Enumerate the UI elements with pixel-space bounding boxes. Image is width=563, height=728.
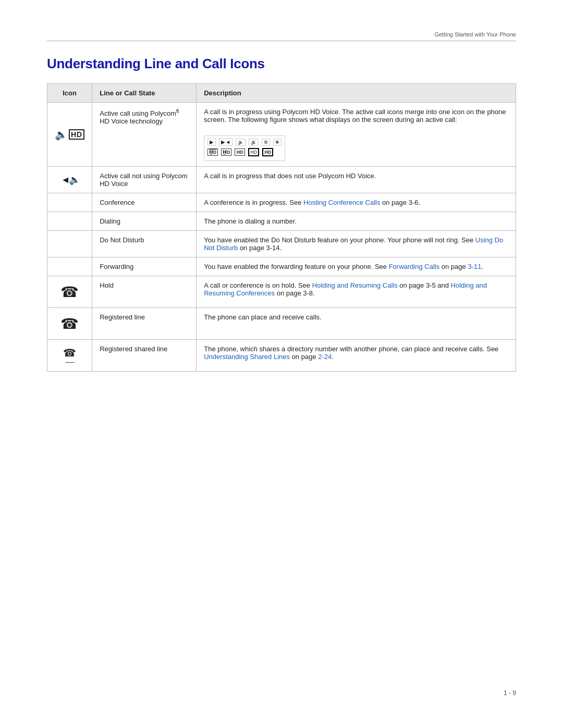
desc-cell-shared: The phone, which shares a directory numb…	[197, 340, 516, 372]
header-breadcrumb: Getting Started with Your Phone	[47, 31, 516, 41]
icon-cell-forwarding	[47, 257, 92, 276]
desc-cell-forwarding: You have enabled the forwarding feature …	[197, 257, 516, 276]
desc-cell-no-hd: A call is in progress that does not use …	[197, 167, 516, 193]
table-row: ◄🔈 Active call not using Polycom HD Voic…	[47, 167, 516, 193]
table-row: Do Not Disturb You have enabled the Do N…	[47, 231, 516, 257]
state-cell-hold: Hold	[92, 276, 197, 308]
link-dnd[interactable]: Using Do Not Disturb	[204, 236, 503, 252]
state-cell-dnd: Do Not Disturb	[92, 231, 197, 257]
table-row: ☎ Hold A call or conference is on hold. …	[47, 276, 516, 308]
state-cell-registered: Registered line	[92, 308, 197, 340]
hd-active-icon: 🔈 HD	[55, 128, 84, 141]
icon-cell-conference	[47, 193, 92, 212]
table-row: Forwarding You have enabled the forwardi…	[47, 257, 516, 276]
link-holding-resuming-calls[interactable]: Holding and Resuming Calls	[312, 281, 398, 289]
table-row: Conference A conference is in progress. …	[47, 193, 516, 212]
col-header-desc: Description	[197, 84, 516, 103]
icon-cell-hd-active: 🔈 HD	[47, 103, 92, 167]
page: Getting Started with Your Phone Understa…	[0, 0, 563, 728]
state-cell-no-hd: Active call not using Polycom HD Voice	[92, 167, 197, 193]
registered-icon: ☎	[55, 313, 84, 334]
page-number: 1 - 9	[504, 689, 516, 697]
desc-cell-hd-active: A call is in progress using Polycom HD V…	[197, 103, 516, 167]
page-title: Understanding Line and Call Icons	[47, 56, 516, 72]
state-cell-forwarding: Forwarding	[92, 257, 197, 276]
desc-cell-hold: A call or conference is on hold. See Hol…	[197, 276, 516, 308]
table-row: 🔈 HD Active call using Polycomfi HD Voic…	[47, 103, 516, 167]
icon-cell-dnd	[47, 231, 92, 257]
icon-cell-no-hd: ◄🔈	[47, 167, 92, 193]
table-row: Dialing The phone is dialing a number.	[47, 212, 516, 231]
desc-cell-conference: A conference is in progress. See Hosting…	[197, 193, 516, 212]
state-cell-dialing: Dialing	[92, 212, 197, 231]
state-cell-shared: Registered shared line	[92, 340, 197, 372]
icon-cell-shared: ☎ ——	[47, 340, 92, 372]
col-header-icon: Icon	[47, 84, 92, 103]
table-row: ☎ —— Registered shared line The phone, w…	[47, 340, 516, 372]
icon-cell-dialing	[47, 212, 92, 231]
no-hd-icon: ◄🔈	[55, 174, 84, 186]
desc-cell-dialing: The phone is dialing a number.	[197, 212, 516, 231]
hold-icon: ☎	[55, 281, 84, 302]
shared-icon: ☎ ——	[55, 345, 84, 366]
state-cell-hd-active: Active call using Polycomfi HD Voice tec…	[92, 103, 197, 167]
desc-cell-dnd: You have enabled the Do Not Disturb feat…	[197, 231, 516, 257]
state-cell-conference: Conference	[92, 193, 197, 212]
link-hosting-conference[interactable]: Hosting Conference Calls	[303, 199, 380, 206]
link-shared-page[interactable]: 2-24	[318, 353, 332, 361]
link-forwarding-page[interactable]: 3-11	[468, 263, 481, 270]
col-header-state: Line or Call State	[92, 84, 197, 103]
icon-cell-hold: ☎	[47, 276, 92, 308]
link-forwarding-calls[interactable]: Forwarding Calls	[389, 263, 440, 270]
icon-cell-registered: ☎	[47, 308, 92, 340]
hd-icons-figure: ▶ ▶◄ 🔈 🔊 ⚙ ✥ H̲D H̲D HD HD HD	[204, 135, 285, 161]
icons-table: Icon Line or Call State Description 🔈 HD…	[47, 83, 516, 372]
desc-cell-registered: The phone can place and receive calls.	[197, 308, 516, 340]
table-row: ☎ Registered line The phone can place an…	[47, 308, 516, 340]
link-shared-lines[interactable]: Understanding Shared Lines	[204, 353, 290, 361]
